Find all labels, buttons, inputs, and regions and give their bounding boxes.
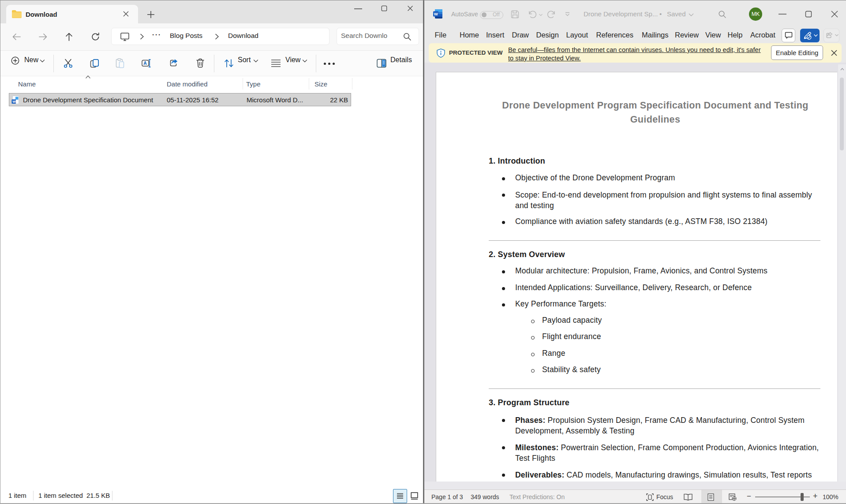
svg-text:A: A [143,60,147,66]
svg-text:W: W [434,11,438,16]
svg-text:W: W [12,100,16,104]
